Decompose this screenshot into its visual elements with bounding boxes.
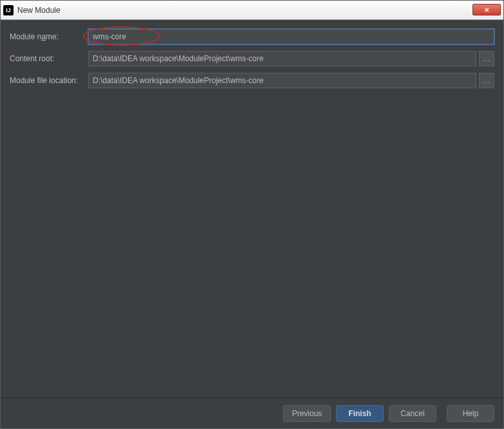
previous-button[interactable]: Previous	[283, 405, 331, 422]
window-title: New Module	[17, 6, 61, 15]
content-root-row: Content root: ...	[10, 51, 494, 66]
module-file-location-input[interactable]	[88, 73, 476, 88]
content-root-input[interactable]	[88, 51, 476, 66]
module-name-label: Module name:	[10, 32, 88, 41]
dialog-footer: Previous Finish Cancel Help	[1, 397, 503, 428]
dialog-content: Module name: Content root: ... Module fi…	[1, 20, 503, 397]
ellipsis-icon: ...	[483, 77, 490, 84]
module-file-location-row: Module file location: ...	[10, 73, 494, 88]
module-name-row: Module name:	[10, 29, 494, 44]
module-name-input[interactable]	[88, 29, 494, 44]
module-file-location-label: Module file location:	[10, 76, 88, 85]
close-icon: ✕	[484, 6, 489, 14]
app-icon: IJ	[3, 5, 14, 15]
module-file-location-browse-button[interactable]: ...	[479, 73, 494, 88]
title-bar: IJ New Module ✕	[1, 1, 503, 20]
close-button[interactable]: ✕	[472, 4, 501, 15]
content-root-label: Content root:	[10, 54, 88, 63]
cancel-button[interactable]: Cancel	[389, 405, 436, 422]
content-root-browse-button[interactable]: ...	[479, 51, 494, 66]
ellipsis-icon: ...	[483, 55, 490, 62]
finish-button[interactable]: Finish	[336, 405, 384, 422]
help-button[interactable]: Help	[447, 405, 494, 422]
